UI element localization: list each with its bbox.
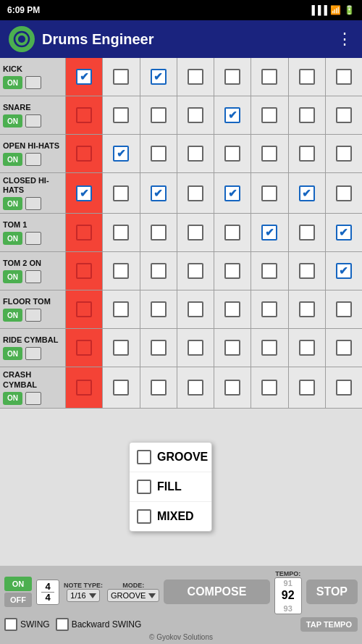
chh-cb-2[interactable] bbox=[113, 185, 129, 201]
rc-beat-1[interactable] bbox=[65, 329, 102, 367]
ft-beat-5[interactable] bbox=[214, 290, 251, 328]
ft-cb-1[interactable] bbox=[76, 301, 92, 317]
cc-cb-4[interactable] bbox=[188, 380, 203, 396]
kick-beat-6[interactable] bbox=[251, 58, 287, 96]
ohh-beat-6[interactable] bbox=[251, 135, 287, 172]
mixed-checkbox[interactable] bbox=[137, 509, 151, 524]
ft-beat-2[interactable] bbox=[102, 290, 139, 328]
cc-cb-3[interactable] bbox=[151, 380, 167, 396]
groove-checkbox[interactable] bbox=[137, 450, 151, 464]
ft-cb-5[interactable] bbox=[224, 301, 240, 317]
kick-cb-3[interactable] bbox=[151, 69, 167, 85]
stop-button[interactable]: STOP bbox=[306, 580, 358, 604]
tom2-beat-4[interactable] bbox=[177, 252, 214, 290]
tom1-cb-8[interactable] bbox=[336, 225, 352, 241]
tom2-cb-3[interactable] bbox=[151, 263, 167, 279]
snare-beat-4[interactable] bbox=[177, 96, 214, 134]
dropdown-mixed[interactable]: MIXED bbox=[130, 502, 211, 531]
ridecymbal-off-box[interactable] bbox=[25, 347, 41, 360]
chh-cb-5[interactable] bbox=[224, 185, 240, 201]
ohh-cb-7[interactable] bbox=[299, 146, 315, 162]
backward-swing-checkbox[interactable] bbox=[56, 618, 69, 631]
ohh-beat-3[interactable] bbox=[140, 135, 177, 172]
snare-cb-4[interactable] bbox=[188, 107, 203, 123]
ft-beat-4[interactable] bbox=[177, 290, 214, 328]
tom2-beat-2[interactable] bbox=[102, 252, 139, 290]
ft-cb-4[interactable] bbox=[188, 301, 203, 317]
rc-cb-6[interactable] bbox=[261, 340, 277, 356]
chh-beat-8[interactable] bbox=[325, 173, 362, 213]
ft-cb-2[interactable] bbox=[113, 301, 129, 317]
ft-beat-1[interactable] bbox=[65, 290, 102, 328]
kick-beat-8[interactable] bbox=[325, 58, 362, 96]
cc-cb-5[interactable] bbox=[224, 380, 240, 396]
ohh-cb-8[interactable] bbox=[336, 146, 352, 162]
ft-beat-8[interactable] bbox=[325, 290, 362, 328]
ohh-beat-8[interactable] bbox=[325, 135, 362, 172]
tom1-on-button[interactable]: ON bbox=[3, 232, 22, 245]
ridecymbal-on-button[interactable]: ON bbox=[3, 347, 22, 360]
tom2-beat-3[interactable] bbox=[140, 252, 177, 290]
chh-beat-4[interactable] bbox=[177, 173, 214, 213]
rc-cb-2[interactable] bbox=[113, 340, 129, 356]
tom1-beat-8[interactable] bbox=[325, 214, 362, 251]
rc-beat-2[interactable] bbox=[102, 329, 139, 367]
tom1-cb-4[interactable] bbox=[188, 225, 203, 241]
ft-cb-8[interactable] bbox=[336, 301, 352, 317]
cc-beat-2[interactable] bbox=[102, 367, 139, 407]
swing-check[interactable]: SWING bbox=[4, 618, 50, 631]
tom1-cb-5[interactable] bbox=[224, 225, 240, 241]
global-on-button[interactable]: ON bbox=[4, 577, 32, 591]
kick-off-box[interactable] bbox=[25, 76, 41, 89]
tom1-cb-1[interactable] bbox=[76, 225, 92, 241]
cc-cb-6[interactable] bbox=[261, 380, 277, 396]
kick-cb-2[interactable] bbox=[113, 69, 129, 85]
tom2-cb-8[interactable] bbox=[336, 263, 352, 279]
cc-beat-3[interactable] bbox=[140, 367, 177, 407]
ft-cb-7[interactable] bbox=[299, 301, 315, 317]
dropdown-groove[interactable]: GROOVE bbox=[130, 443, 211, 472]
kick-beat-5[interactable] bbox=[214, 58, 251, 96]
ohh-beat-5[interactable] bbox=[214, 135, 251, 172]
global-off-button[interactable]: OFF bbox=[4, 593, 32, 607]
ft-cb-6[interactable] bbox=[261, 301, 277, 317]
tom2-beat-8[interactable] bbox=[325, 252, 362, 290]
snare-cb-1[interactable] bbox=[76, 107, 92, 123]
chh-beat-7[interactable] bbox=[288, 173, 325, 213]
swing-checkbox[interactable] bbox=[4, 618, 17, 631]
snare-beat-7[interactable] bbox=[288, 96, 325, 134]
tom2-beat-5[interactable] bbox=[214, 252, 251, 290]
tom1-beat-6[interactable] bbox=[251, 214, 287, 251]
tom2-cb-7[interactable] bbox=[299, 263, 315, 279]
snare-cb-6[interactable] bbox=[261, 107, 277, 123]
rc-beat-8[interactable] bbox=[325, 329, 362, 367]
tom1-off-box[interactable] bbox=[25, 232, 41, 245]
ohh-cb-3[interactable] bbox=[151, 146, 167, 162]
tom1-beat-7[interactable] bbox=[288, 214, 325, 251]
kick-on-button[interactable]: ON bbox=[3, 76, 22, 89]
kick-beat-4[interactable] bbox=[177, 58, 214, 96]
dropdown-fill[interactable]: FILL bbox=[130, 472, 211, 502]
compose-button[interactable]: COMPOSE bbox=[164, 580, 269, 604]
ohh-cb-6[interactable] bbox=[261, 146, 277, 162]
ft-cb-3[interactable] bbox=[151, 301, 167, 317]
ohh-cb-2[interactable] bbox=[113, 146, 129, 162]
ohh-beat-2[interactable] bbox=[102, 135, 139, 172]
tom2-beat-1[interactable] bbox=[65, 252, 102, 290]
tom1-cb-6[interactable] bbox=[261, 225, 277, 241]
kick-cb-1[interactable] bbox=[76, 69, 92, 85]
openhihats-on-button[interactable]: ON bbox=[3, 153, 22, 166]
chh-beat-6[interactable] bbox=[251, 173, 287, 213]
tom1-cb-7[interactable] bbox=[299, 225, 315, 241]
tom1-cb-2[interactable] bbox=[113, 225, 129, 241]
kick-cb-7[interactable] bbox=[299, 69, 315, 85]
tom1-beat-1[interactable] bbox=[65, 214, 102, 251]
chh-beat-5[interactable] bbox=[214, 173, 251, 213]
snare-beat-5[interactable] bbox=[214, 96, 251, 134]
cc-beat-6[interactable] bbox=[251, 367, 287, 407]
tom2-on-button[interactable]: ON bbox=[3, 270, 22, 283]
rc-cb-3[interactable] bbox=[151, 340, 167, 356]
ohh-beat-7[interactable] bbox=[288, 135, 325, 172]
ft-beat-6[interactable] bbox=[251, 290, 287, 328]
chh-cb-8[interactable] bbox=[336, 185, 352, 201]
